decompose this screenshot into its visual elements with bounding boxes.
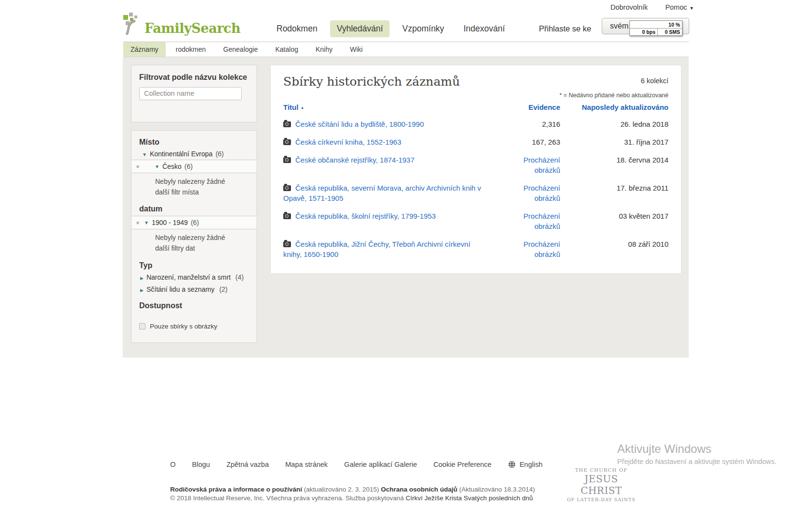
updated-cell: 18. června 2014 [560, 155, 668, 175]
facet-type-births[interactable]: ▶Narození, manželství a smrt (4) [140, 272, 247, 282]
collapsed-arrow-icon[interactable]: ▶ [140, 276, 144, 281]
browse-images-link[interactable]: Procházení obrázků [523, 212, 560, 230]
collection-link[interactable]: České sčítání lidu a bydliště, 1800-1990 [295, 120, 424, 128]
collection-link[interactable]: Česká republika, Jižní Čechy, Třeboň Arc… [283, 240, 470, 258]
camera-icon [283, 157, 291, 163]
remove-filter-icon[interactable]: × [131, 220, 144, 226]
footer-links: OBloguZpětná vazbaMapa stránekGalerie ap… [170, 461, 542, 468]
footer-link[interactable]: Zpětná vazba [226, 461, 269, 468]
facet-selected-cesko: × ▼ Česko(6) [131, 160, 257, 173]
updated-cell: 26. ledna 2018 [560, 119, 668, 129]
expand-arrow-icon[interactable]: ▼ [155, 164, 160, 169]
table-row-title: Česká republika, severní Morava, archiv … [283, 183, 507, 203]
collection-link[interactable]: Česká republika, školní rejstříky, 1799-… [295, 212, 436, 220]
browse-images-link[interactable]: Procházení obrázků [523, 240, 560, 258]
camera-icon [283, 241, 291, 247]
facet-selected-date: × ▼ 1900 - 1949(6) [131, 216, 257, 229]
evidence-cell: 167, 263 [507, 137, 560, 147]
checkbox-icon[interactable] [139, 323, 145, 329]
place-empty-note: Nebyly nalezeny žádné další filtr místa [155, 177, 238, 197]
evidence-cell: Procházení obrázků [507, 155, 560, 175]
table-row-title: Česká republika, Jižní Čechy, Třeboň Arc… [283, 239, 507, 259]
collection-link[interactable]: Česká církevní kniha, 1552-1963 [295, 138, 401, 146]
chevron-down-icon: ▼ [690, 6, 694, 11]
logo-text: FamilySearch [145, 22, 240, 37]
net-percent: 10 % [630, 22, 682, 28]
collection-filter-box: Filtrovat podle názvu kolekce [131, 65, 257, 122]
browse-images-link[interactable]: Procházení obrázků [523, 184, 560, 202]
collection-link[interactable]: České občanské rejstříky, 1874-1937 [295, 156, 415, 164]
column-header-updated[interactable]: Naposledy aktualizováno [560, 103, 668, 119]
footer-link[interactable]: O [170, 461, 175, 468]
table-row-title: České občanské rejstříky, 1874-1937 [283, 155, 507, 175]
evidence-cell: Procházení obrázků [507, 239, 560, 259]
images-only-option[interactable]: Pouze sbírky s obrázky [139, 323, 249, 330]
collapsed-arrow-icon[interactable]: ▶ [140, 288, 144, 293]
expand-arrow-icon[interactable]: ▼ [142, 152, 147, 157]
evidence-count: 2,316 [542, 120, 560, 128]
column-header-evidence[interactable]: Evidence [507, 103, 560, 119]
nav-item[interactable]: Vzpomínky [395, 20, 451, 37]
collection-name-input[interactable] [139, 87, 242, 100]
date-empty-note: Nebyly nalezeny žádné další filtry dat [155, 233, 238, 254]
footer-link[interactable]: Mapa stránek [285, 461, 328, 468]
church-logo: THE CHURCH OF JESUS CHRIST OF LATTER-DAY… [564, 467, 639, 502]
date-facet-title: datum [139, 205, 249, 213]
subnav-item[interactable]: rodokmen [169, 42, 213, 57]
language-selector[interactable]: English [508, 461, 543, 468]
table-row-title: České sčítání lidu a bydliště, 1800-1990 [283, 119, 507, 129]
filter-box-title: Filtrovat podle názvu kolekce [139, 73, 249, 83]
tree-icon [122, 13, 143, 37]
evidence-cell: Procházení obrázků [507, 183, 560, 203]
parental-rights-link[interactable]: Rodičovská práva a informace o používání [170, 486, 302, 493]
expand-arrow-icon[interactable]: ▼ [144, 220, 149, 225]
church-link[interactable]: Církví Ježíše Krista Svatých posledních … [406, 494, 533, 502]
facet-continental-europe[interactable]: ▼Kontinentální Evropa(6) [131, 149, 257, 160]
collections-table: Titul▲ Evidence Naposledy aktualizováno … [283, 103, 668, 267]
page-title: Sbírky historických záznamů [283, 75, 460, 89]
language-label: English [520, 461, 543, 468]
sort-asc-icon: ▲ [300, 105, 304, 110]
footer-link[interactable]: Blogu [192, 461, 210, 468]
nav-item[interactable]: Vyhledávání [330, 20, 390, 37]
camera-icon [283, 185, 291, 191]
remove-filter-icon[interactable]: × [131, 164, 144, 170]
collection-link[interactable]: Česká republika, severní Morava, archiv … [283, 184, 481, 202]
nav-item[interactable]: Rodokmen [270, 20, 324, 37]
facet-box: Místo ▼Kontinentální Evropa(6) × ▼ Česko… [131, 130, 257, 343]
evidence-cell: Procházení obrázků [507, 211, 560, 231]
type-facet-title: Typ [139, 261, 249, 270]
windows-activation-watermark: Aktivujte Windows Přejděte do Nastavení … [617, 442, 777, 465]
legal-text: Rodičovská práva a informace o používání… [170, 485, 535, 502]
evidence-cell: 2,316 [507, 119, 560, 129]
subnav-item[interactable]: Záznamy [123, 42, 166, 57]
footer-link[interactable]: Cookie Preference [434, 461, 492, 468]
signin-text: Přihlaste se ke [539, 24, 591, 33]
subnav-item[interactable]: Katalog [268, 42, 305, 57]
evidence-count: 167, 263 [532, 138, 560, 146]
facet-type-census[interactable]: ▶Sčítání lidu a seznamy (2) [140, 284, 247, 294]
subnav-item[interactable]: Genealogie [216, 42, 265, 57]
globe-icon [508, 461, 516, 468]
footer-link[interactable]: Galerie aplikací Galerie [344, 461, 417, 468]
subnav-item[interactable]: Wiki [343, 42, 370, 57]
camera-icon [283, 121, 291, 127]
page: Dobrovolník Pomoc▼ FamilySearch Rodokmen… [0, 0, 812, 508]
updated-cell: 08 září 2010 [560, 239, 668, 259]
column-header-title[interactable]: Titul▲ [283, 103, 507, 119]
volunteer-link[interactable]: Dobrovolník [610, 3, 648, 11]
updated-cell: 31. října 2017 [560, 137, 668, 147]
collection-count: 6 kolekcí [641, 77, 668, 85]
camera-icon [283, 139, 291, 145]
place-facet-title: Místo [139, 138, 249, 147]
privacy-link[interactable]: Ochrana osobních údajů [381, 486, 457, 493]
content-area: Filtrovat podle názvu kolekce Místo ▼Kon… [123, 57, 689, 358]
browse-images-link[interactable]: Procházení obrázků [523, 156, 560, 174]
familysearch-logo[interactable]: FamilySearch [122, 13, 240, 37]
utility-links: Dobrovolník Pomoc▼ [610, 3, 694, 11]
nav-item[interactable]: Indexování [457, 20, 512, 37]
table-row-title: Česká republika, školní rejstříky, 1799-… [283, 211, 507, 231]
net-sms: 0 SMS [658, 29, 682, 35]
subnav-item[interactable]: Knihy [308, 42, 340, 57]
help-menu[interactable]: Pomoc▼ [665, 3, 694, 11]
